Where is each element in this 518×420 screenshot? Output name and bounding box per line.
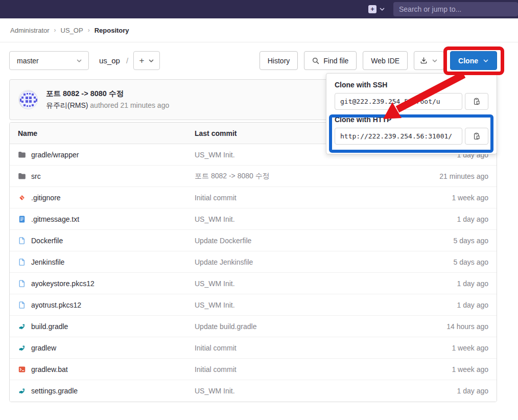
copy-icon: [473, 132, 481, 141]
file-table: Name Last commit gradle/wrapperUS_WM Ini…: [9, 122, 497, 402]
plus-icon: +: [139, 56, 145, 66]
file-icon: [18, 258, 26, 266]
commit-message-link[interactable]: US_WM Init.: [195, 279, 235, 288]
column-name: Name: [18, 129, 195, 137]
clone-button[interactable]: Clone: [450, 51, 497, 70]
branch-selector[interactable]: master: [9, 51, 89, 70]
gradle-icon: [18, 344, 26, 352]
copy-http-button[interactable]: [465, 128, 488, 145]
history-label: History: [268, 57, 290, 65]
file-table-body: gradle/wrapperUS_WM Init.1 day agosrc포트 …: [10, 144, 497, 402]
file-link[interactable]: .gitmessage.txt: [31, 215, 79, 223]
copy-ssh-button[interactable]: [465, 93, 488, 110]
file-link[interactable]: gradle/wrapper: [31, 151, 79, 159]
last-update: 1 day ago: [402, 215, 488, 223]
chevron-down-icon: [76, 58, 82, 64]
download-button[interactable]: [414, 51, 444, 70]
last-update: 1 week ago: [402, 194, 488, 202]
table-row: gradlewInitial commit1 week ago: [10, 337, 497, 359]
commit-title[interactable]: 포트 8082 -> 8080 수정: [46, 89, 169, 99]
last-update: 1 day ago: [402, 387, 488, 395]
clone-http-url-field[interactable]: http://222.239.254.56:31001/: [335, 128, 462, 145]
file-link[interactable]: Dockerfile: [31, 237, 63, 245]
search-icon: [312, 57, 319, 64]
folder-icon: [18, 151, 26, 159]
table-row: ayokeystore.pkcs12US_WM Init.1 day ago: [10, 273, 497, 294]
commit-author[interactable]: 유주리(RMS): [46, 101, 88, 109]
last-update: 1 day ago: [402, 279, 488, 288]
clone-ssh-url-field[interactable]: git@222.239.254.56:root/u: [335, 93, 462, 110]
file-icon: [18, 279, 26, 288]
text-file-icon: [18, 215, 26, 223]
file-link[interactable]: gradlew: [31, 344, 56, 352]
chevron-down-icon: [148, 58, 154, 64]
commit-message-link[interactable]: US_WM Init.: [195, 151, 235, 159]
table-row: ayotrust.pkcs12US_WM Init.1 day ago: [10, 294, 497, 316]
breadcrumb-administrator[interactable]: Administrator: [10, 27, 50, 34]
web-ide-button[interactable]: Web IDE: [363, 51, 408, 70]
file-link[interactable]: .gitignore: [31, 194, 61, 202]
commit-message-link[interactable]: Initial commit: [195, 365, 237, 374]
chevron-down-icon: [432, 58, 438, 64]
commit-message-link[interactable]: 포트 8082 -> 8080 수정: [195, 172, 270, 180]
file-icon: [18, 301, 26, 309]
commit-authored-text: authored 21 minutes ago: [90, 101, 169, 109]
plus-icon: +: [368, 5, 376, 13]
commit-message-link[interactable]: Initial commit: [195, 344, 237, 352]
commit-message-link[interactable]: Update Jenkinsfile: [195, 258, 253, 266]
last-update: 5 days ago: [402, 258, 488, 266]
download-icon: [420, 57, 428, 64]
table-row: .gitmessage.txtUS_WM Init.1 day ago: [10, 208, 497, 230]
breadcrumb-separator: ›: [54, 27, 56, 34]
breadcrumb: Administrator › US_OP › Repository: [0, 18, 518, 42]
file-link[interactable]: build.gradle: [31, 322, 68, 331]
file-link[interactable]: ayotrust.pkcs12: [31, 301, 81, 309]
gitlab-repository-page: + Administrator › US_OP › Repository mas…: [0, 0, 518, 420]
file-icon: [18, 237, 26, 245]
file-link[interactable]: Jenkinsfile: [31, 258, 64, 266]
last-update: 1 week ago: [402, 344, 488, 352]
table-row: gradlew.batInitial commit1 week ago: [10, 359, 497, 380]
table-row: src포트 8082 -> 8080 수정21 minutes ago: [10, 166, 497, 187]
find-file-label: Find file: [323, 57, 348, 65]
identicon: [19, 90, 38, 109]
commit-message-link[interactable]: US_WM Init.: [195, 387, 235, 395]
file-link[interactable]: settings.gradle: [31, 387, 78, 395]
gradle-icon: [18, 387, 26, 395]
clone-http-label: Clone with HTTP: [335, 115, 488, 124]
file-link[interactable]: ayokeystore.pkcs12: [31, 279, 95, 288]
search-input[interactable]: [393, 2, 518, 16]
breadcrumb-separator: ›: [88, 27, 90, 34]
terminal-icon: [18, 365, 26, 374]
commit-message-link[interactable]: Initial commit: [195, 194, 237, 202]
last-update: 5 days ago: [402, 237, 488, 245]
project-path[interactable]: us_op: [99, 56, 120, 65]
last-update: 21 minutes ago: [402, 172, 488, 180]
find-file-button[interactable]: Find file: [304, 51, 357, 70]
breadcrumb-current: Repository: [95, 27, 129, 34]
breadcrumb-project[interactable]: US_OP: [61, 27, 83, 34]
add-file-button[interactable]: +: [133, 51, 160, 70]
git-icon: [18, 194, 26, 202]
avatar[interactable]: [18, 90, 38, 109]
history-button[interactable]: History: [260, 51, 298, 70]
file-link[interactable]: gradlew.bat: [31, 365, 68, 374]
new-menu-button[interactable]: +: [368, 5, 385, 13]
web-ide-label: Web IDE: [371, 57, 399, 65]
repo-toolbar: master us_op / + History Find file: [9, 51, 497, 70]
clone-dropdown: Clone with SSH git@222.239.254.56:root/u…: [326, 73, 497, 154]
clone-ssh-label: Clone with SSH: [335, 81, 488, 89]
branch-name: master: [17, 57, 39, 65]
table-row: build.gradleUpdate build.gradle14 hours …: [10, 316, 497, 337]
last-update: 14 hours ago: [402, 322, 488, 331]
copy-icon: [473, 98, 481, 106]
last-update: 1 day ago: [402, 301, 488, 309]
table-row: JenkinsfileUpdate Jenkinsfile5 days ago: [10, 251, 497, 273]
commit-message-link[interactable]: Update Dockerfile: [195, 237, 251, 245]
file-link[interactable]: src: [31, 172, 41, 180]
commit-message-link[interactable]: US_WM Init.: [195, 301, 235, 309]
table-row: .gitignoreInitial commit1 week ago: [10, 187, 497, 208]
commit-message-link[interactable]: US_WM Init.: [195, 215, 235, 223]
commit-message-link[interactable]: Update build.gradle: [195, 322, 256, 331]
chevron-down-icon: [379, 6, 385, 12]
